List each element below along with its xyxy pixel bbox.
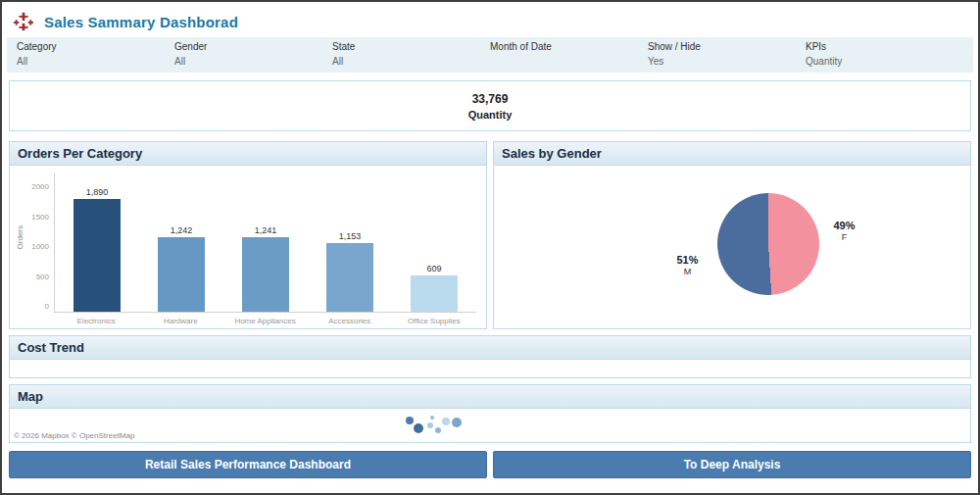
filter-value-dropdown[interactable]: All — [332, 56, 490, 67]
bar-mark[interactable] — [242, 237, 289, 312]
bar-column: 1,890 — [55, 187, 139, 312]
filter-value-dropdown[interactable]: All — [17, 56, 174, 67]
charts-row: Orders Per Category Orders 0500100015002… — [9, 141, 971, 329]
filter-label: State — [332, 41, 490, 52]
bar-category-label: Electronics — [54, 317, 138, 325]
map-point-mark[interactable] — [435, 427, 441, 433]
bar-mark[interactable] — [158, 237, 205, 312]
y-tick-label: 500 — [36, 272, 49, 281]
pie-label-male: 51% M — [676, 254, 698, 276]
y-tick-label: 1500 — [31, 213, 49, 222]
panel-title: Map — [18, 389, 43, 404]
bar-value-label: 1,890 — [86, 187, 109, 197]
bar-value-label: 1,241 — [255, 225, 277, 235]
filter-month-of-date: Month of Date — [490, 41, 648, 71]
cost-trend-panel: Cost Trend — [9, 335, 971, 378]
filter-value-dropdown[interactable]: Yes — [648, 56, 806, 67]
filter-gender: Gender All — [174, 41, 332, 71]
map-point-mark[interactable] — [452, 418, 462, 427]
y-tick-label: 0 — [45, 302, 49, 311]
map-point-mark[interactable] — [406, 417, 414, 424]
bar-value-label: 1,242 — [171, 225, 193, 235]
y-tick-label: 2000 — [31, 182, 49, 191]
bar-column: 609 — [392, 264, 476, 312]
bar-column: 1,242 — [139, 225, 223, 312]
map-body[interactable]: © 2026 Mapbox © OpenStreetMap — [10, 409, 970, 442]
pie-label-female: 49% F — [833, 220, 855, 242]
panel-title: Orders Per Category — [18, 146, 142, 161]
filter-category: Category All — [17, 41, 174, 71]
pie-percent: 51% — [676, 254, 698, 266]
bar-value-label: 1,153 — [339, 231, 362, 241]
filter-value-dropdown[interactable]: All — [174, 56, 332, 67]
panel-title: Sales by Gender — [502, 146, 602, 161]
panel-header: Map — [10, 385, 970, 409]
filter-label: KPIs — [806, 41, 963, 52]
dashboard-frame: Sales Sammary Dashborad Category All Gen… — [0, 0, 980, 495]
page-title: Sales Sammary Dashborad — [44, 14, 238, 30]
bar-category-label: Accessories — [308, 317, 392, 325]
map-panel: Map © 2026 Mapbox © OpenStreetMap — [9, 384, 971, 443]
cost-trend-body — [10, 360, 970, 377]
filter-value-dropdown[interactable]: Quantity — [806, 56, 963, 67]
retail-sales-dashboard-button[interactable]: Retail Sales Performance Dashboard — [9, 451, 487, 478]
y-tick-label: 1000 — [31, 242, 49, 251]
panel-header: Orders Per Category — [10, 142, 486, 166]
map-point-mark[interactable] — [442, 418, 450, 425]
map-point-mark[interactable] — [430, 416, 434, 420]
y-axis-label: Orders — [16, 225, 24, 249]
filter-label: Category — [17, 41, 174, 52]
bar-category-label: Office Supplies — [392, 317, 476, 325]
map-attribution: © 2026 Mapbox © OpenStreetMap — [14, 431, 134, 440]
pie-chart: 49% F 51% M — [494, 166, 970, 328]
y-axis: 0500100015002000 — [24, 187, 54, 307]
bar-mark[interactable] — [74, 199, 121, 312]
filter-label: Show / Hide — [648, 41, 806, 52]
pie-percent: 49% — [833, 220, 855, 231]
app-header: Sales Sammary Dashborad — [7, 6, 973, 37]
to-deep-analysis-button[interactable]: To Deep Analysis — [493, 451, 971, 478]
filter-label: Month of Date — [490, 41, 648, 52]
nav-button-row: Retail Sales Performance Dashboard To De… — [9, 451, 971, 478]
kpi-card: 33,769 Quantity — [9, 80, 971, 131]
bar-category-label: Home Appliances — [222, 317, 307, 325]
bar-mark[interactable] — [411, 275, 458, 312]
tableau-logo-icon — [13, 11, 34, 32]
bar-plot-area: 1,8901,2421,2411,153609 ElectronicsHardw… — [54, 173, 476, 326]
filter-label: Gender — [174, 41, 332, 52]
gender-pie-mark[interactable] — [717, 193, 819, 295]
panel-header: Cost Trend — [10, 336, 970, 360]
kpi-value: 33,769 — [472, 92, 509, 106]
bar-mark[interactable] — [326, 243, 373, 312]
bar-category-label: Hardware — [138, 317, 222, 325]
sales-by-gender-panel: Sales by Gender 49% F 51% M — [493, 141, 971, 329]
bar-value-label: 609 — [426, 264, 441, 273]
filter-bar: Category All Gender All State All Month … — [7, 37, 973, 73]
panel-header: Sales by Gender — [494, 142, 970, 166]
bar-chart: Orders 0500100015002000 1,8901,2421,2411… — [10, 166, 486, 328]
filter-show-hide: Show / Hide Yes — [648, 41, 806, 71]
orders-per-category-panel: Orders Per Category Orders 0500100015002… — [9, 141, 487, 329]
filter-kpis: KPIs Quantity — [806, 41, 963, 71]
bar-column: 1,153 — [308, 231, 392, 312]
panel-title: Cost Trend — [18, 340, 84, 355]
filter-state: State All — [332, 41, 490, 71]
pie-gender-letter: F — [833, 232, 855, 242]
map-point-mark[interactable] — [414, 423, 423, 433]
kpi-label: Quantity — [468, 109, 513, 121]
map-point-mark[interactable] — [427, 422, 433, 428]
pie-gender-letter: M — [676, 267, 698, 276]
bar-column: 1,241 — [223, 225, 308, 312]
